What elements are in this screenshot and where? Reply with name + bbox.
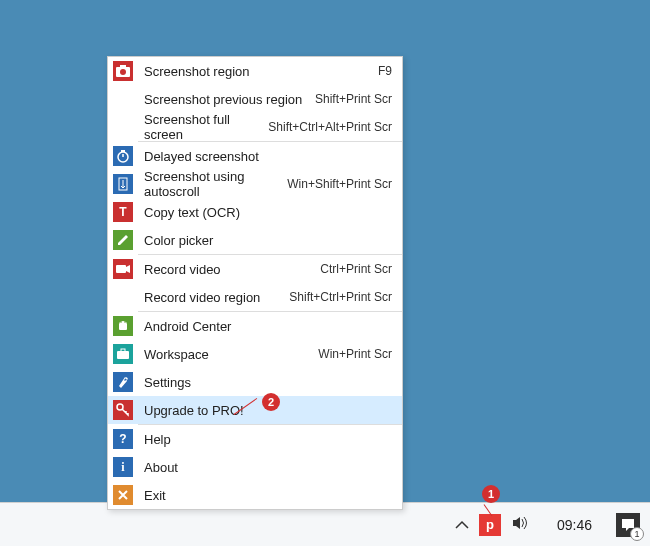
menu-item-android-center[interactable]: Android Center [108,312,402,340]
menu-item-label: Screenshot region [138,64,378,79]
menu-item-shortcut: Win+Print Scr [318,347,402,361]
svg-rect-12 [121,349,125,352]
blank-icon [108,85,138,113]
menu-item-exit[interactable]: Exit [108,481,402,509]
info-icon: i [108,453,138,481]
menu-item-label: Copy text (OCR) [138,205,402,220]
menu-item-screenshot-using-autoscroll[interactable]: Screenshot using autoscrollWin+Shift+Pri… [108,170,402,198]
menu-item-label: Workspace [138,347,318,362]
menu-item-label: Help [138,432,402,447]
menu-item-label: Screenshot previous region [138,92,315,107]
menu-item-delayed-screenshot[interactable]: Delayed screenshot [108,142,402,170]
menu-item-help[interactable]: ?Help [108,425,402,453]
menu-item-screenshot-full-screen[interactable]: Screenshot full screenShift+Ctrl+Alt+Pri… [108,113,402,141]
menu-item-settings[interactable]: Settings [108,368,402,396]
timer-icon [108,142,138,170]
wrench-icon [108,368,138,396]
svg-rect-4 [121,150,125,152]
menu-item-shortcut: Shift+Ctrl+Alt+Print Scr [268,120,402,134]
svg-text:T: T [119,205,127,219]
video-icon [108,255,138,283]
tray-app-icon[interactable]: p [479,514,501,536]
svg-rect-7 [116,265,126,273]
scroll-icon [108,170,138,198]
help-icon: ? [108,425,138,453]
menu-item-shortcut: Shift+Print Scr [315,92,402,106]
menu-item-workspace[interactable]: WorkspaceWin+Print Scr [108,340,402,368]
notification-icon[interactable]: 1 [616,513,640,537]
menu-item-about[interactable]: iAbout [108,453,402,481]
menu-item-label: Delayed screenshot [138,149,402,164]
menu-item-shortcut: Shift+Ctrl+Print Scr [289,290,402,304]
menu-item-record-video-region[interactable]: Record video regionShift+Ctrl+Print Scr [108,283,402,311]
blank-icon [108,283,138,311]
svg-text:i: i [121,460,125,474]
menu-item-shortcut: F9 [378,64,402,78]
notification-badge: 1 [630,527,644,541]
tray-chevron-icon[interactable] [451,513,473,537]
menu-item-label: Record video region [138,290,289,305]
blank-icon [108,113,138,141]
volume-icon[interactable] [507,511,533,539]
menu-item-color-picker[interactable]: Color picker [108,226,402,254]
menu-item-label: Color picker [138,233,402,248]
menu-item-shortcut: Ctrl+Print Scr [320,262,402,276]
briefcase-icon [108,340,138,368]
camera-icon [108,57,138,85]
callout-2: 2 [262,393,280,411]
svg-rect-8 [119,323,127,330]
menu-item-shortcut: Win+Shift+Print Scr [287,177,402,191]
menu-item-record-video[interactable]: Record videoCtrl+Print Scr [108,255,402,283]
menu-item-screenshot-region[interactable]: Screenshot regionF9 [108,57,402,85]
menu-item-label: Settings [138,375,402,390]
taskbar-clock[interactable]: 09:46 [539,517,610,533]
svg-point-1 [120,69,126,75]
callout-1: 1 [482,485,500,503]
svg-text:?: ? [119,432,126,446]
menu-item-label: Screenshot using autoscroll [138,169,287,199]
menu-item-label: Android Center [138,319,402,334]
svg-point-10 [124,321,126,323]
text-t-icon: T [108,198,138,226]
menu-item-label: Exit [138,488,402,503]
menu-item-copy-text-ocr[interactable]: TCopy text (OCR) [108,198,402,226]
key-icon [108,396,138,424]
android-icon [108,312,138,340]
close-icon [108,481,138,509]
menu-item-screenshot-previous-region[interactable]: Screenshot previous regionShift+Print Sc… [108,85,402,113]
svg-rect-2 [120,65,126,68]
context-menu: Screenshot regionF9Screenshot previous r… [107,56,403,510]
menu-item-label: Screenshot full screen [138,112,268,142]
menu-item-label: About [138,460,402,475]
svg-point-9 [120,321,122,323]
pencil-icon [108,226,138,254]
menu-item-label: Record video [138,262,320,277]
